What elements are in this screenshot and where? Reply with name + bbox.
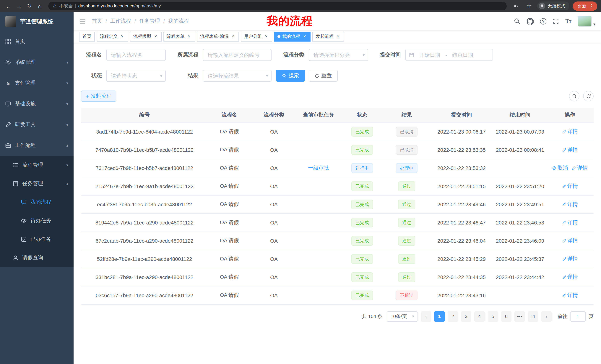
sidebar-item-done-tasks[interactable]: 已办任务 bbox=[0, 230, 74, 249]
page-size-select[interactable]: 10条/页 ▾ bbox=[387, 311, 418, 322]
reload-icon[interactable]: ↻ bbox=[25, 1, 34, 11]
search-icon[interactable] bbox=[514, 18, 521, 25]
close-icon[interactable]: × bbox=[153, 34, 158, 39]
app-logo[interactable]: 芋道管理系统 bbox=[0, 12, 74, 31]
reset-button[interactable]: 重置 bbox=[309, 70, 338, 82]
tab-process-form-edit[interactable]: 流程表单-编辑× bbox=[197, 32, 239, 41]
detail-link[interactable]: 详情 bbox=[562, 183, 578, 189]
user-menu[interactable]: ▾ bbox=[578, 16, 595, 27]
cell-status: 已完成 bbox=[340, 141, 384, 159]
table-row: 2152467e-7b9b-11ec-9a1b-acde48001122 OA … bbox=[81, 177, 594, 195]
close-icon[interactable]: × bbox=[264, 34, 269, 39]
sidebar-item-home[interactable]: 首页 bbox=[0, 31, 74, 52]
start-date-input[interactable] bbox=[416, 52, 444, 58]
category-select-input[interactable] bbox=[309, 49, 368, 61]
result-select[interactable]: ▾ bbox=[203, 70, 271, 82]
page-button-4[interactable]: 4 bbox=[474, 311, 485, 322]
cell-id: 52ffd28e-7b9a-11ec-a290-acde48001122 bbox=[81, 250, 208, 268]
sidebar-item-dev-tools[interactable]: 研发工具 ▾ bbox=[0, 114, 74, 135]
cell-result: 通过 bbox=[384, 231, 429, 250]
prev-page-button[interactable]: ‹ bbox=[421, 311, 431, 322]
close-icon[interactable]: × bbox=[230, 34, 235, 39]
date-range-picker[interactable]: - bbox=[405, 49, 493, 61]
next-page-button[interactable]: › bbox=[541, 311, 551, 322]
password-key-icon[interactable] bbox=[511, 1, 521, 11]
fullscreen-icon[interactable] bbox=[553, 18, 559, 24]
owner-process-input[interactable] bbox=[203, 49, 271, 61]
help-icon[interactable]: ? bbox=[540, 18, 546, 24]
browser-menu-icon[interactable]: ⋮ bbox=[588, 3, 595, 9]
bookmark-star-icon[interactable]: ☆ bbox=[524, 1, 534, 11]
detail-link[interactable]: 详情 bbox=[562, 274, 578, 280]
address-bar[interactable]: ⚠ 不安全 dashboard.yudao.iocoder.cn/bpm/tas… bbox=[48, 2, 507, 10]
create-process-button[interactable]: + 发起流程 bbox=[81, 91, 116, 102]
page-button-2[interactable]: 2 bbox=[448, 311, 458, 322]
sidebar-item-my-process[interactable]: 我的流程 bbox=[0, 193, 74, 211]
tab-process-model[interactable]: 流程模型× bbox=[130, 32, 161, 41]
end-date-input[interactable] bbox=[449, 52, 477, 58]
sidebar-item-label: 支付管理 bbox=[15, 80, 36, 86]
cancel-link[interactable]: 取消 bbox=[552, 164, 568, 171]
sidebar-item-infrastructure[interactable]: 基础设施 ▾ bbox=[0, 94, 74, 114]
tab-user-group[interactable]: 用户分组× bbox=[241, 32, 272, 41]
result-select-input[interactable] bbox=[203, 70, 271, 82]
close-icon[interactable]: × bbox=[120, 34, 125, 39]
cell-result: 通过 bbox=[384, 250, 429, 268]
current-task-link[interactable]: 一级审批 bbox=[308, 164, 329, 171]
detail-link[interactable]: 详情 bbox=[562, 292, 578, 298]
home-icon[interactable]: ⌂ bbox=[35, 1, 45, 11]
tab-process-definition[interactable]: 流程定义× bbox=[97, 32, 128, 41]
tab-home[interactable]: 首页 bbox=[79, 32, 95, 41]
github-icon[interactable] bbox=[527, 18, 534, 25]
sidebar-collapse-icon[interactable] bbox=[79, 18, 86, 25]
sidebar-item-leave-query[interactable]: 请假查询 bbox=[0, 249, 74, 267]
sidebar-item-task-management[interactable]: 任务管理 ▴ bbox=[0, 174, 74, 193]
page-button-5[interactable]: 5 bbox=[488, 311, 498, 322]
sidebar-item-process-management[interactable]: 流程管理 ▾ bbox=[0, 156, 74, 174]
detail-link[interactable]: 详情 bbox=[562, 128, 578, 135]
sidebar-item-workflow[interactable]: 工作流程 ▴ bbox=[0, 135, 74, 156]
detail-link[interactable]: 详情 bbox=[562, 219, 578, 226]
chevron-down-icon: ▾ bbox=[66, 122, 68, 127]
breadcrumb-item-task-management[interactable]: 任务管理 bbox=[139, 18, 160, 25]
page-button-3[interactable]: 3 bbox=[461, 311, 471, 322]
detail-link[interactable]: 详情 bbox=[562, 201, 578, 208]
refresh-table-button[interactable] bbox=[583, 91, 594, 101]
avatar[interactable] bbox=[578, 16, 592, 27]
page-button-6[interactable]: 6 bbox=[501, 311, 511, 322]
page-button-11[interactable]: 11 bbox=[528, 311, 538, 322]
update-button[interactable]: 更新 ⋮ bbox=[573, 1, 597, 10]
tab-start-process[interactable]: 发起流程× bbox=[312, 32, 344, 41]
forward-icon[interactable]: → bbox=[14, 1, 24, 11]
status-select-input[interactable] bbox=[106, 70, 166, 82]
detail-link[interactable]: 详情 bbox=[572, 164, 588, 171]
close-icon[interactable]: × bbox=[335, 34, 341, 39]
back-icon[interactable]: ← bbox=[4, 1, 13, 11]
category-select[interactable]: ▾ bbox=[309, 49, 368, 61]
detail-link[interactable]: 详情 bbox=[562, 256, 578, 262]
more-pages-button[interactable]: ••• bbox=[514, 311, 525, 322]
detail-link[interactable]: 详情 bbox=[562, 237, 578, 244]
cell-submit-time: 2022-01-22 23:46:04 bbox=[429, 231, 494, 250]
tab-process-form[interactable]: 流程表单× bbox=[163, 32, 195, 41]
cell-current-task bbox=[297, 231, 340, 250]
close-icon[interactable]: × bbox=[302, 34, 307, 39]
font-size-icon[interactable]: TT bbox=[565, 18, 571, 25]
status-select[interactable]: ▾ bbox=[106, 70, 166, 82]
show-search-button[interactable] bbox=[569, 91, 580, 101]
tab-my-process[interactable]: 我的流程× bbox=[274, 32, 311, 41]
breadcrumb-item-home[interactable]: 首页 bbox=[92, 18, 102, 25]
sidebar-item-system[interactable]: 系统管理 ▾ bbox=[0, 52, 74, 73]
breadcrumb-item-workflow[interactable]: 工作流程 bbox=[110, 18, 131, 25]
page-button-1[interactable]: 1 bbox=[434, 311, 445, 322]
sidebar-item-label: 待办任务 bbox=[30, 217, 51, 224]
detail-link[interactable]: 详情 bbox=[562, 146, 578, 153]
result-tag: 处理中 bbox=[396, 163, 418, 173]
process-name-input[interactable] bbox=[106, 49, 166, 61]
search-button[interactable]: 搜索 bbox=[276, 70, 305, 82]
sidebar-item-todo-tasks[interactable]: 待办任务 bbox=[0, 211, 74, 230]
result-tag: 已取消 bbox=[396, 127, 418, 136]
goto-page-input[interactable] bbox=[570, 311, 586, 322]
sidebar-item-payment[interactable]: ¥ 支付管理 ▾ bbox=[0, 73, 74, 94]
close-icon[interactable]: × bbox=[186, 34, 192, 39]
